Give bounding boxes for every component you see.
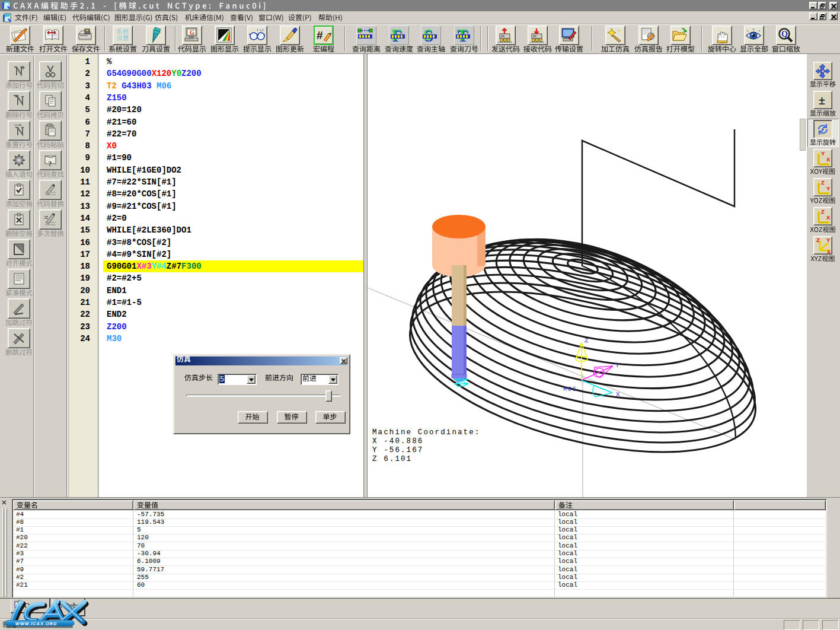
svg-text:#: # (317, 29, 323, 42)
svg-text:±: ± (819, 94, 825, 107)
svg-text:MCS: MCS (563, 386, 577, 393)
svg-text:Y: Y (821, 150, 825, 157)
svg-text:Z: Z (585, 337, 589, 344)
svg-text:G: G (190, 29, 194, 36)
svg-text:X: X (826, 156, 831, 163)
svg-text:Z 6.101: Z 6.101 (372, 455, 412, 463)
svg-text:X: X (826, 214, 831, 221)
svg-text:WWW.ICAX.ORG: WWW.ICAX.ORG (15, 621, 58, 626)
svg-text:X: X (827, 249, 831, 254)
svg-text:X -40.886: X -40.886 (372, 437, 423, 446)
svg-text:Y: Y (826, 237, 831, 243)
svg-text:Machine Coordinate:: Machine Coordinate: (372, 428, 480, 437)
svg-text:Y: Y (615, 362, 619, 369)
svg-text:Z: Z (816, 237, 820, 243)
svg-text:Y: Y (826, 185, 831, 192)
svg-text:X: X (616, 391, 620, 398)
svg-text:Y -56.167: Y -56.167 (372, 446, 423, 454)
svg-text:Z: Z (821, 179, 825, 186)
svg-text:Z: Z (821, 208, 825, 215)
svg-text:?: ? (48, 159, 52, 168)
svg-text:Q: Q (781, 30, 788, 39)
